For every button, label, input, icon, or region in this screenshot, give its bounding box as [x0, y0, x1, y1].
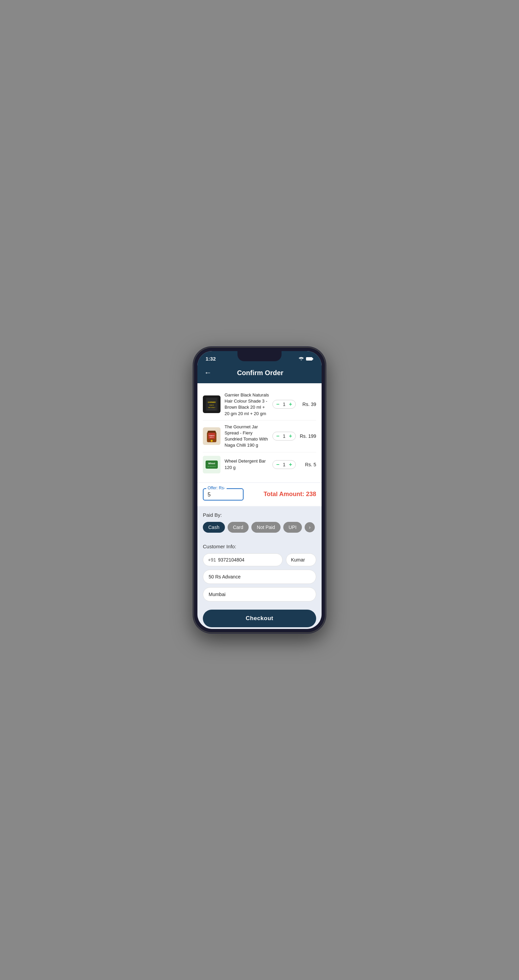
customer-row-phone-name: +91 [203, 554, 316, 566]
svg-point-15 [211, 440, 213, 442]
svg-text:NATURALS: NATURALS [208, 407, 215, 408]
name-input[interactable] [291, 557, 311, 563]
offer-input[interactable] [208, 492, 235, 498]
svg-rect-1 [312, 358, 313, 359]
main-content: GARNIER BLACK NATURALS Garnier Black Nat… [197, 383, 322, 629]
payment-options: Cash Card Not Paid UPI › [203, 522, 316, 533]
payment-notpaid-button[interactable]: Not Paid [251, 522, 281, 533]
item-price-garnier: Rs. 39 [299, 402, 316, 407]
customer-info-label: Customer Info: [203, 544, 316, 549]
item-name-wheel: Wheel Detergent Bar 120 g [225, 458, 270, 470]
payment-section: Paid By: Cash Card Not Paid UPI › [197, 507, 322, 538]
chevron-right-icon: › [309, 525, 311, 530]
total-amount-label: Total Amount: 238 [249, 491, 316, 498]
svg-text:BLACK: BLACK [209, 404, 214, 406]
status-icons [299, 357, 313, 361]
back-button[interactable]: ← [204, 368, 212, 377]
garnier-product-image: GARNIER BLACK NATURALS [203, 395, 220, 413]
item-name-garnier: Garnier Black Naturals Hair Colour Shade… [225, 392, 270, 417]
svg-text:DETERGENT: DETERGENT [208, 466, 216, 467]
city-input[interactable] [209, 592, 310, 597]
table-row: TOMATO GARLIC The Gourmet Jar Spread - F… [203, 420, 316, 452]
phone-frame: 1:32 ← Confirm Order [193, 347, 326, 633]
qty-plus-garnier[interactable]: + [289, 402, 292, 407]
city-field[interactable] [203, 587, 316, 601]
time-label: 1:32 [206, 356, 216, 361]
wifi-icon [299, 357, 304, 361]
item-image-garnier: GARNIER BLACK NATURALS [203, 395, 220, 413]
customer-fields: +91 [203, 554, 316, 601]
item-price-wheel: Rs. 5 [299, 462, 316, 467]
battery-icon [306, 357, 313, 361]
svg-text:GARLIC: GARLIC [209, 437, 214, 438]
phone-screen: 1:32 ← Confirm Order [197, 351, 322, 629]
qty-plus-gourmet[interactable]: + [289, 433, 292, 439]
payment-card-button[interactable]: Card [228, 522, 249, 533]
paid-by-label: Paid By: [203, 512, 316, 518]
customer-section: Customer Info: +91 [197, 538, 322, 607]
qty-minus-garnier[interactable]: − [276, 402, 279, 407]
checkout-button[interactable]: Checkout [203, 609, 316, 627]
offer-label: Offer: Rs- [206, 485, 227, 490]
offer-field-wrapper: Offer: Rs- [203, 488, 244, 501]
svg-text:Wheel: Wheel [208, 462, 216, 465]
phone-input[interactable] [218, 557, 278, 563]
qty-control-wheel[interactable]: − 1 + [272, 460, 296, 469]
item-image-wheel: Wheel DETERGENT [203, 456, 220, 473]
svg-rect-0 [306, 357, 312, 360]
svg-rect-17 [206, 461, 218, 469]
payment-cash-button[interactable]: Cash [203, 522, 225, 533]
offer-section: Offer: Rs- Total Amount: 238 [197, 483, 322, 506]
wheel-product-image: Wheel DETERGENT [203, 456, 220, 473]
qty-control-gourmet[interactable]: − 1 + [272, 432, 296, 441]
table-row: GARNIER BLACK NATURALS Garnier Black Nat… [203, 389, 316, 420]
qty-value-garnier: 1 [282, 402, 286, 407]
table-row: Wheel DETERGENT Wheel Detergent Bar 120 … [203, 452, 316, 477]
qty-value-gourmet: 1 [282, 433, 286, 439]
phone-field[interactable]: +91 [203, 554, 283, 566]
items-section: GARNIER BLACK NATURALS Garnier Black Nat… [197, 383, 322, 482]
app-header: ← Confirm Order [197, 364, 322, 383]
page-title: Confirm Order [216, 369, 305, 377]
qty-value-wheel: 1 [282, 462, 286, 467]
name-field[interactable] [286, 554, 316, 566]
item-image-gourmet: TOMATO GARLIC [203, 427, 220, 445]
svg-text:TOMATO: TOMATO [209, 435, 215, 436]
qty-plus-wheel[interactable]: + [289, 462, 292, 467]
gourmet-product-image: TOMATO GARLIC [203, 427, 220, 445]
checkout-section: Checkout [197, 607, 322, 629]
qty-minus-gourmet[interactable]: − [276, 433, 279, 439]
svg-rect-8 [208, 409, 216, 410]
notch [238, 351, 281, 361]
note-field[interactable] [203, 570, 316, 584]
payment-upi-button[interactable]: UPI [283, 522, 302, 533]
svg-text:GARNIER: GARNIER [208, 401, 216, 403]
qty-control-garnier[interactable]: − 1 + [272, 400, 296, 409]
phone-prefix: +91 [208, 557, 216, 563]
item-price-gourmet: Rs. 199 [299, 433, 316, 439]
note-input[interactable] [209, 574, 310, 579]
qty-minus-wheel[interactable]: − [276, 462, 279, 467]
item-name-gourmet: The Gourmet Jar Spread - Fiery Sundried … [225, 424, 270, 449]
payment-more-button[interactable]: › [305, 522, 315, 532]
